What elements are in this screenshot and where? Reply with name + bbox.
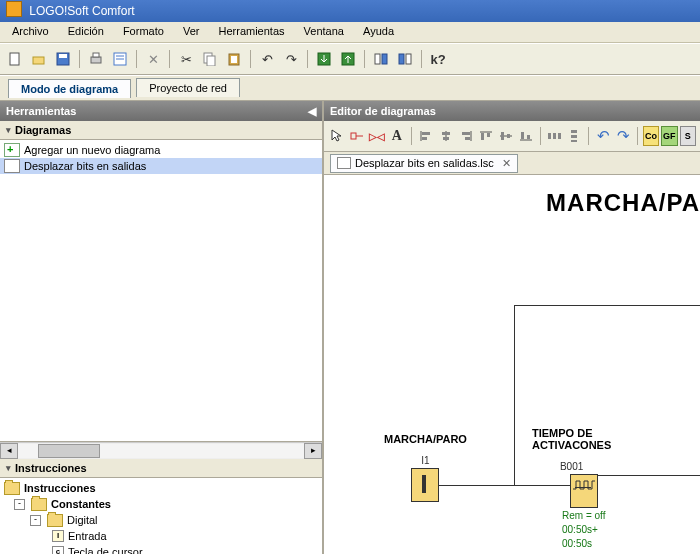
transfer-button[interactable] [394, 48, 416, 70]
menu-ver[interactable]: Ver [175, 22, 208, 40]
compare-button[interactable] [370, 48, 392, 70]
close-tab-icon[interactable]: ✕ [502, 157, 511, 170]
diagram-file-item[interactable]: Desplazar bits en salidas [0, 158, 322, 174]
align-right-button[interactable] [457, 125, 475, 147]
align-bottom-button[interactable] [517, 125, 535, 147]
svg-rect-17 [399, 54, 404, 64]
block-annotation: 00:50s+ [562, 524, 611, 536]
preview-button[interactable] [109, 48, 131, 70]
editor-redo-button[interactable]: ↷ [614, 125, 632, 147]
constants-node[interactable]: - Constantes [0, 496, 322, 512]
cursor-block-icon: c [52, 546, 64, 554]
gf-badge[interactable]: GF [661, 126, 677, 146]
align-middle-button[interactable] [497, 125, 515, 147]
svg-rect-39 [548, 133, 551, 139]
svg-rect-4 [91, 57, 101, 63]
tools-header-label: Herramientas [6, 101, 76, 121]
undo-button[interactable]: ↶ [256, 48, 278, 70]
pointer-tool[interactable] [328, 125, 346, 147]
redo-button[interactable]: ↷ [280, 48, 302, 70]
text-tool[interactable]: A [388, 125, 406, 147]
input-block-icon [411, 468, 439, 502]
file-tab-label: Desplazar bits en salidas.lsc [355, 157, 494, 169]
align-center-h-button[interactable] [437, 125, 455, 147]
split-tool[interactable]: ▷◁ [368, 125, 386, 147]
add-diagram-item[interactable]: Agregar un nuevo diagrama [0, 142, 322, 158]
download-button[interactable] [313, 48, 335, 70]
digital-node[interactable]: - Digital [0, 512, 322, 528]
svg-rect-42 [571, 130, 577, 133]
tab-network-project[interactable]: Proyecto de red [136, 78, 240, 97]
add-diagram-label: Agregar un nuevo diagrama [24, 142, 160, 158]
svg-rect-22 [422, 132, 430, 135]
co-badge[interactable]: Co [643, 126, 659, 146]
left-panel: Herramientas ◀ ▾ Diagramas Agregar un nu… [0, 101, 324, 554]
diagram-canvas[interactable]: MARCHA/PA MARCHA/PARO I1 TIEMPO DE ACTIV… [324, 175, 700, 554]
delete-button[interactable]: ✕ [142, 48, 164, 70]
editor-header: Editor de diagramas [324, 101, 700, 121]
svg-rect-28 [462, 132, 470, 135]
block-label-1: TIEMPO DE [532, 427, 611, 439]
svg-rect-3 [59, 54, 67, 58]
scroll-track[interactable] [18, 444, 304, 458]
align-top-button[interactable] [477, 125, 495, 147]
scroll-thumb[interactable] [38, 444, 100, 458]
scroll-right-icon[interactable]: ▸ [304, 443, 322, 459]
instructions-tree[interactable]: Instrucciones - Constantes - Digital I E… [0, 478, 322, 554]
s-badge[interactable]: S [680, 126, 696, 146]
instructions-header[interactable]: ▾ Instrucciones [0, 459, 322, 478]
menu-herramientas[interactable]: Herramientas [211, 22, 293, 40]
svg-rect-32 [487, 133, 490, 137]
menu-ventana[interactable]: Ventana [296, 22, 352, 40]
tree-hscroll[interactable]: ◂ ▸ [0, 442, 322, 459]
mode-tabs: Modo de diagrama Proyecto de red [0, 75, 700, 101]
new-button[interactable] [4, 48, 26, 70]
tecla-item[interactable]: c Tecla de cursor [0, 544, 322, 554]
menu-ayuda[interactable]: Ayuda [355, 22, 402, 40]
editor-toolbar: ▷◁ A ↶ ↷ Co GF S [324, 121, 700, 152]
diagrams-header[interactable]: ▾ Diagramas [0, 121, 322, 140]
entrada-item[interactable]: I Entrada [0, 528, 322, 544]
app-title: LOGO!Soft Comfort [29, 4, 134, 18]
collapse-icon[interactable]: - [14, 499, 25, 510]
distribute-h-button[interactable] [545, 125, 563, 147]
connect-tool[interactable] [348, 125, 366, 147]
menu-edicion[interactable]: Edición [60, 22, 112, 40]
scroll-left-icon[interactable]: ◂ [0, 443, 18, 459]
file-tab[interactable]: Desplazar bits en salidas.lsc ✕ [330, 154, 518, 173]
tab-diagram-mode[interactable]: Modo de diagrama [8, 79, 131, 98]
save-button[interactable] [52, 48, 74, 70]
collapse-left-icon[interactable]: ◀ [308, 101, 316, 121]
align-left-button[interactable] [417, 125, 435, 147]
tools-header: Herramientas ◀ [0, 101, 322, 121]
instr-root[interactable]: Instrucciones [0, 480, 322, 496]
open-button[interactable] [28, 48, 50, 70]
block-tiempo[interactable]: TIEMPO DE ACTIVACONES B001 Rem = off 00:… [532, 427, 611, 550]
menu-formato[interactable]: Formato [115, 22, 172, 40]
print-button[interactable] [85, 48, 107, 70]
block-annotation: Rem = off [562, 510, 611, 522]
editor-header-label: Editor de diagramas [330, 101, 436, 121]
block-marcha-paro[interactable]: MARCHA/PARO I1 [384, 433, 467, 504]
svg-rect-38 [527, 135, 530, 139]
help-button[interactable]: k? [427, 48, 449, 70]
diagrams-header-label: Diagramas [15, 121, 71, 139]
svg-rect-18 [406, 54, 411, 64]
svg-rect-15 [375, 54, 380, 64]
folder-icon [47, 514, 63, 527]
tecla-label: Tecla de cursor [68, 544, 143, 554]
copy-button[interactable] [199, 48, 221, 70]
wire [514, 305, 700, 306]
editor-undo-button[interactable]: ↶ [594, 125, 612, 147]
collapse-icon[interactable]: - [30, 515, 41, 526]
svg-rect-19 [351, 133, 356, 139]
distribute-v-button[interactable] [565, 125, 583, 147]
app-icon [6, 1, 22, 17]
upload-button[interactable] [337, 48, 359, 70]
diagram-tree[interactable]: Agregar un nuevo diagrama Desplazar bits… [0, 140, 322, 442]
main-toolbar: ✕ ✂ ↶ ↷ k? [0, 43, 700, 75]
cut-button[interactable]: ✂ [175, 48, 197, 70]
block-id: B001 [532, 461, 611, 472]
paste-button[interactable] [223, 48, 245, 70]
menu-archivo[interactable]: Archivo [4, 22, 57, 40]
